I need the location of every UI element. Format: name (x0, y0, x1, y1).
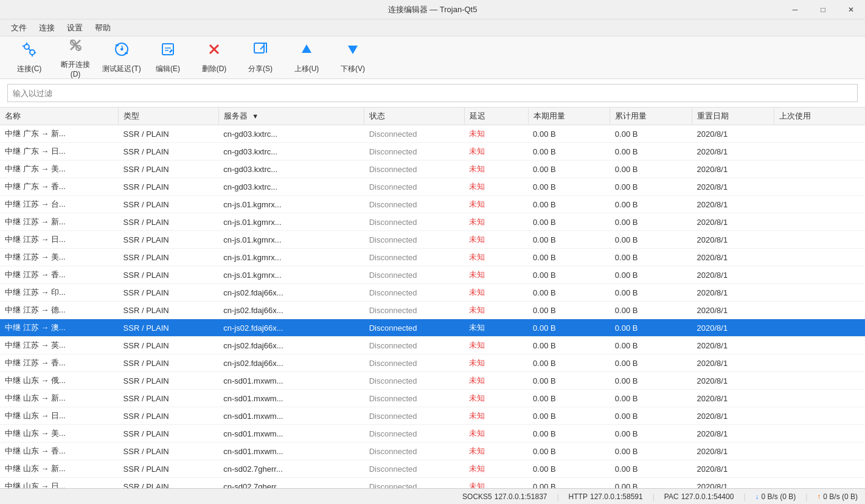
share-label: 分享(S) (248, 64, 273, 74)
cell-last (774, 390, 865, 407)
table-body: 中继 广东 → 新... SSR / PLAIN cn-gd03.kxtrc..… (0, 125, 865, 489)
connect-label: 连接(C) (17, 64, 42, 74)
table-row[interactable]: 中继 江苏 → 香... SSR / PLAIN cn-js.01.kgmrx.… (0, 266, 865, 284)
menu-help[interactable]: 帮助 (89, 20, 117, 36)
table-row[interactable]: 中继 江苏 → 英... SSR / PLAIN cn-js02.fdaj66x… (0, 337, 865, 354)
cell-server: cn-js.01.kgmrx... (218, 266, 364, 284)
cell-current: 0.00 B (528, 478, 610, 489)
cell-latency: 未知 (464, 231, 528, 249)
table-row[interactable]: 中继 山东 → 俄... SSR / PLAIN cn-sd01.mxwm...… (0, 372, 865, 390)
cell-reset: 2020/8/1 (692, 460, 774, 478)
table-row[interactable]: 中继 江苏 → 新... SSR / PLAIN cn-js.01.kgmrx.… (0, 213, 865, 231)
cell-type: SSR / PLAIN (119, 161, 219, 178)
cell-latency: 未知 (464, 425, 528, 443)
cell-server: cn-js02.fdaj66x... (218, 284, 364, 302)
cell-total: 0.00 B (610, 337, 692, 354)
cell-type: SSR / PLAIN (119, 460, 219, 478)
table-row[interactable]: 中继 江苏 → 日... SSR / PLAIN cn-js.01.kgmrx.… (0, 231, 865, 249)
cell-latency: 未知 (464, 178, 528, 196)
cell-reset: 2020/8/1 (692, 196, 774, 213)
move-up-button[interactable]: 上移(U) (285, 40, 328, 76)
cell-current: 0.00 B (528, 125, 610, 143)
table-row[interactable]: 中继 广东 → 新... SSR / PLAIN cn-gd03.kxtrc..… (0, 125, 865, 143)
table-row[interactable]: 中继 江苏 → 台... SSR / PLAIN cn-js.01.kgmrx.… (0, 196, 865, 213)
close-button[interactable]: ✕ (837, 0, 865, 19)
col-header-status[interactable]: 状态 (364, 108, 465, 125)
table-row[interactable]: 中继 广东 → 日... SSR / PLAIN cn-gd03.kxtrc..… (0, 143, 865, 161)
filter-input[interactable] (7, 84, 858, 102)
cell-latency: 未知 (464, 125, 528, 143)
table-row[interactable]: 中继 山东 → 日... SSR / PLAIN cn-sd02.7gherr.… (0, 478, 865, 489)
cell-name: 中继 山东 → 新... (0, 390, 119, 407)
cell-current: 0.00 B (528, 249, 610, 266)
cell-status: Disconnected (364, 302, 465, 319)
move-down-button[interactable]: 下移(V) (331, 40, 375, 76)
svg-rect-14 (125, 52, 128, 54)
col-header-latency[interactable]: 延迟 (464, 108, 528, 125)
col-header-total[interactable]: 累计用量 (610, 108, 692, 125)
table-row[interactable]: 中继 广东 → 美... SSR / PLAIN cn-gd03.kxtrc..… (0, 161, 865, 178)
cell-reset: 2020/8/1 (692, 372, 774, 390)
cell-name: 中继 广东 → 香... (0, 178, 119, 196)
delete-button[interactable]: 删除(D) (192, 40, 236, 76)
col-header-type[interactable]: 类型 (119, 108, 219, 125)
menu-settings[interactable]: 设置 (61, 20, 89, 36)
col-header-server[interactable]: 服务器 ▼ (218, 108, 364, 125)
cell-status: Disconnected (364, 161, 465, 178)
cell-status: Disconnected (364, 407, 465, 425)
table-row[interactable]: 中继 山东 → 美... SSR / PLAIN cn-sd01.mxwm...… (0, 425, 865, 443)
svg-point-0 (24, 44, 29, 49)
menu-connection[interactable]: 连接 (33, 20, 61, 36)
pac-label: PAC (664, 492, 679, 501)
table-row[interactable]: 中继 江苏 → 美... SSR / PLAIN cn-js.01.kgmrx.… (0, 249, 865, 266)
cell-status: Disconnected (364, 143, 465, 161)
cell-reset: 2020/8/1 (692, 231, 774, 249)
delete-icon (206, 41, 223, 61)
table-row[interactable]: 中继 广东 → 香... SSR / PLAIN cn-gd03.kxtrc..… (0, 178, 865, 196)
connection-table: 名称 类型 服务器 ▼ 状态 延迟 本期用量 (0, 108, 865, 488)
table-row[interactable]: 中继 江苏 → 德... SSR / PLAIN cn-js02.fdaj66x… (0, 302, 865, 319)
cell-latency: 未知 (464, 337, 528, 354)
cell-total: 0.00 B (610, 425, 692, 443)
cell-reset: 2020/8/1 (692, 249, 774, 266)
cell-type: SSR / PLAIN (119, 390, 219, 407)
cell-status: Disconnected (364, 284, 465, 302)
edit-label: 编辑(E) (156, 64, 180, 74)
cell-type: SSR / PLAIN (119, 143, 219, 161)
table-row[interactable]: 中继 山东 → 新... SSR / PLAIN cn-sd01.mxwm...… (0, 390, 865, 407)
table-row[interactable]: 中继 江苏 → 澳... SSR / PLAIN cn-js02.fdaj66x… (0, 319, 865, 337)
share-button[interactable]: 分享(S) (238, 40, 282, 76)
cell-name: 中继 山东 → 美... (0, 425, 119, 443)
table-row[interactable]: 中继 山东 → 日... SSR / PLAIN cn-sd01.mxwm...… (0, 407, 865, 425)
table-row[interactable]: 中继 山东 → 新... SSR / PLAIN cn-sd02.7gherr.… (0, 460, 865, 478)
cell-name: 中继 山东 → 香... (0, 443, 119, 460)
test-latency-label: 测试延迟(T) (102, 64, 141, 74)
col-header-reset[interactable]: 重置日期 (692, 108, 774, 125)
sort-arrow-icon: ▼ (252, 112, 259, 120)
disconnect-button[interactable]: 断开连接(D) (54, 40, 97, 76)
cell-name: 中继 江苏 → 台... (0, 196, 119, 213)
cell-total: 0.00 B (610, 319, 692, 337)
table-row[interactable]: 中继 江苏 → 香... SSR / PLAIN cn-js02.fdaj66x… (0, 354, 865, 372)
cell-reset: 2020/8/1 (692, 478, 774, 489)
cell-last (774, 478, 865, 489)
edit-button[interactable]: 编辑(E) (146, 40, 190, 76)
cell-current: 0.00 B (528, 231, 610, 249)
table-row[interactable]: 中继 山东 → 香... SSR / PLAIN cn-sd01.mxwm...… (0, 443, 865, 460)
table-row[interactable]: 中继 江苏 → 印... SSR / PLAIN cn-js02.fdaj66x… (0, 284, 865, 302)
connect-button[interactable]: 连接(C) (7, 40, 51, 76)
http-address: 127.0.0.1:58591 (590, 492, 643, 501)
cell-server: cn-sd01.mxwm... (218, 407, 364, 425)
maximize-button[interactable]: □ (809, 0, 837, 19)
menu-file[interactable]: 文件 (5, 20, 33, 36)
cell-last (774, 178, 865, 196)
test-latency-button[interactable]: 测试延迟(T) (100, 40, 144, 76)
col-header-last[interactable]: 上次使用 (774, 108, 865, 125)
cell-name: 中继 江苏 → 新... (0, 213, 119, 231)
minimize-button[interactable]: ─ (781, 0, 809, 19)
cell-current: 0.00 B (528, 319, 610, 337)
col-header-name[interactable]: 名称 (0, 108, 119, 125)
cell-type: SSR / PLAIN (119, 337, 219, 354)
pac-status: PAC 127.0.0.1:54400 (664, 492, 734, 501)
col-header-current[interactable]: 本期用量 (528, 108, 610, 125)
